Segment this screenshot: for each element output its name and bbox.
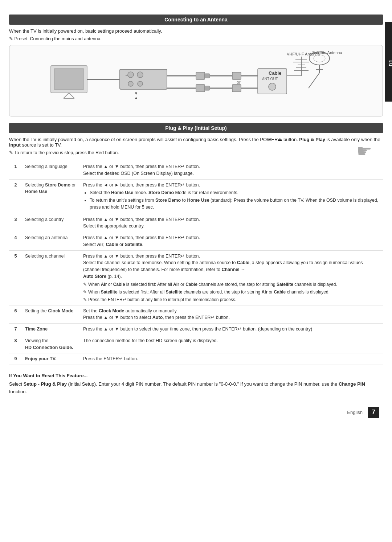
- page-footer: English 7: [9, 407, 383, 418]
- antenna-note-line1: ✎ Preset: Connecting the mains and anten…: [9, 36, 383, 41]
- step-row-7: 7 Time Zone Press the ▲ or ▼ button to s…: [9, 324, 383, 335]
- power-hand-icon: ☛: [356, 141, 372, 161]
- step-row-2: 2 Selecting Store Demo orHome Use Press …: [9, 179, 383, 214]
- plug-play-intro: When the TV is initially powered on, a s…: [9, 137, 383, 148]
- step-label-2: Selecting Store Demo orHome Use: [22, 179, 80, 214]
- step-row-5: 5 Selecting a channel Press the ▲ or ▼ b…: [9, 250, 383, 305]
- svg-line-42: [309, 73, 319, 88]
- step-row-4: 4 Selecting an antenna Press the ▲ or ▼ …: [9, 232, 383, 251]
- svg-rect-13: [196, 72, 205, 79]
- svg-rect-1: [54, 69, 83, 90]
- svg-rect-14: [205, 74, 210, 78]
- step-row-8: 8 Viewing theHD Connection Guide. The co…: [9, 335, 383, 353]
- step-num-1: 1: [9, 161, 22, 179]
- step-label-9: Enjoy your TV.: [22, 353, 80, 365]
- step-num-4: 4: [9, 232, 22, 251]
- svg-rect-21: [232, 85, 241, 92]
- svg-text:Satellite Antenna: Satellite Antenna: [312, 51, 342, 55]
- step-desc-7: Press the ▲ or ▼ button to select the yo…: [80, 324, 383, 335]
- reset-section: If You Want to Reset This Feature... Sel…: [9, 373, 383, 396]
- step-label-1: Selecting a language: [22, 161, 80, 179]
- footer-language: English: [347, 410, 363, 415]
- step-num-5: 5: [9, 250, 22, 305]
- step-row-1: 1 Selecting a language Press the ▲ or ▼ …: [9, 161, 383, 179]
- step-desc-2: Press the ◄ or ► button, then press the …: [80, 179, 383, 214]
- svg-text:Cable: Cable: [269, 70, 281, 76]
- step-desc-9: Press the ENTER↵ button.: [80, 353, 383, 365]
- step-row-9: 9 Enjoy your TV. Press the ENTER↵ button…: [9, 353, 383, 365]
- step-num-7: 7: [9, 324, 22, 335]
- svg-text:ANT OUT: ANT OUT: [262, 77, 278, 81]
- step-desc-6: Set the Clock Mode automatically or manu…: [80, 305, 383, 324]
- step-row-6: 6 Setting the Clock Mode Set the Clock M…: [9, 305, 383, 324]
- step-label-3: Selecting a country: [22, 214, 80, 232]
- svg-point-8: [138, 81, 143, 86]
- step-label-4: Selecting an antenna: [22, 232, 80, 251]
- step-label-6: Setting the Clock Mode: [22, 305, 80, 324]
- svg-text:▲: ▲: [134, 95, 138, 100]
- step-desc-8: The connection method for the best HD sc…: [80, 335, 383, 353]
- step-row-3: 3 Selecting a country Press the ▲ or ▼ b…: [9, 214, 383, 232]
- svg-line-2: [64, 93, 69, 98]
- step-label-7: Time Zone: [22, 324, 80, 335]
- svg-point-28: [269, 83, 276, 90]
- svg-rect-19: [205, 86, 210, 90]
- svg-point-10: [128, 72, 134, 78]
- step-label-5: Selecting a channel: [22, 250, 80, 305]
- step-num-9: 9: [9, 353, 22, 365]
- svg-text:▼: ▼: [134, 91, 138, 95]
- antenna-svg: → or: [47, 51, 345, 111]
- step-desc-4: Press the ▲ or ▼ button, then press the …: [80, 232, 383, 251]
- steps-table: 1 Selecting a language Press the ▲ or ▼ …: [9, 161, 383, 365]
- step-num-3: 3: [9, 214, 22, 232]
- plug-play-section-header: Plug & Play (Initial Setup): [9, 123, 383, 133]
- step-desc-1: Press the ▲ or ▼ button, then press the …: [80, 161, 383, 179]
- step-num-6: 6: [9, 305, 22, 324]
- svg-line-3: [69, 93, 74, 98]
- step-num-8: 8: [9, 335, 22, 353]
- antenna-section-header: Connecting to an Antenna: [9, 15, 383, 25]
- antenna-diagram: → or: [17, 51, 375, 111]
- reset-title: If You Want to Reset This Feature...: [9, 373, 383, 378]
- side-tab-number: 01: [388, 59, 392, 66]
- step-desc-3: Press the ▲ or ▼ button, then press the …: [80, 214, 383, 232]
- svg-point-11: [137, 72, 143, 78]
- step-num-2: 2: [9, 179, 22, 214]
- svg-rect-18: [196, 85, 205, 92]
- svg-rect-16: [232, 72, 241, 79]
- reset-text: Select Setup - Plug & Play (Initial Setu…: [9, 381, 383, 396]
- plug-play-note-back: ✎ To return to the previous step, press …: [9, 150, 383, 155]
- step-desc-5: Press the ▲ or ▼ button, then press the …: [80, 250, 383, 305]
- step-label-8: Viewing theHD Connection Guide.: [22, 335, 80, 353]
- svg-text:or: or: [237, 80, 241, 85]
- antenna-diagram-box: → or: [9, 45, 383, 116]
- footer-page-number: 7: [368, 407, 379, 418]
- antenna-info-line1: When the TV is initially powered on, bas…: [9, 28, 383, 34]
- svg-point-7: [128, 81, 133, 86]
- side-tab: 01 Getting Started: [385, 22, 392, 102]
